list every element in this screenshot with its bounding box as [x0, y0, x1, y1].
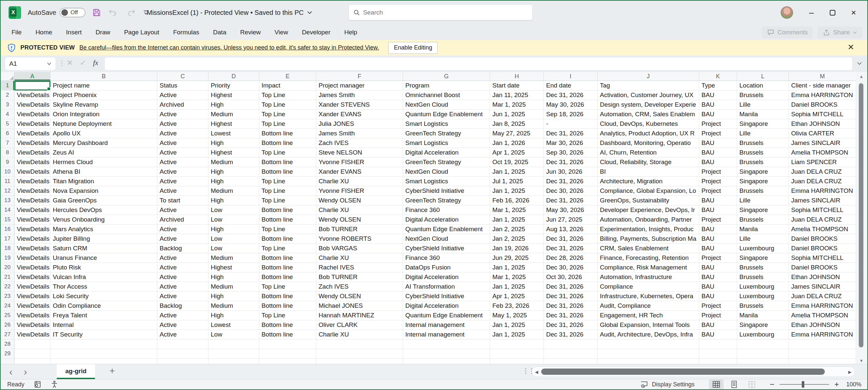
cell-F20[interactable]: Rachel IVES — [316, 263, 403, 273]
cell-C23[interactable]: Active — [157, 291, 209, 301]
ribbon-tab-page-layout[interactable]: Page Layout — [117, 24, 166, 40]
cell-K14[interactable]: BAU — [699, 205, 737, 215]
cell-C3[interactable]: Archived — [157, 100, 209, 110]
cell-L29[interactable] — [737, 349, 789, 359]
row-header-5[interactable]: 5 — [1, 119, 14, 129]
cell-E16[interactable]: Top Line — [259, 225, 316, 234]
cell-H20[interactable]: Jan 1, 2025 — [490, 263, 544, 273]
column-header-f[interactable]: F — [316, 72, 403, 81]
cell-L12[interactable]: Brussels — [737, 186, 789, 196]
cell-H28[interactable] — [490, 339, 544, 349]
row-header-10[interactable]: 10 — [1, 167, 14, 177]
cell-K26[interactable]: BAU — [699, 320, 737, 330]
ribbon-tab-formulas[interactable]: Formulas — [166, 24, 206, 40]
cell-B24[interactable]: Odin Compliance — [51, 301, 157, 311]
cell-B14[interactable]: Hercules DevOps — [51, 205, 157, 215]
cell-K27[interactable]: BAU — [699, 330, 737, 339]
cell-L20[interactable]: Brussels — [737, 263, 789, 273]
cell-G17[interactable]: NextGen Cloud — [403, 234, 490, 244]
cell-L8[interactable]: Brussels — [737, 148, 789, 158]
cell-J15[interactable]: Automation, Onboarding, Partner — [597, 215, 699, 225]
cell-C12[interactable]: Active — [157, 186, 209, 196]
cell-D25[interactable]: High — [209, 311, 259, 320]
ribbon-tab-developer[interactable]: Developer — [295, 24, 337, 40]
cell-B23[interactable]: Loki Security — [51, 291, 157, 301]
cell-M22[interactable]: James SINCLAIR — [789, 282, 856, 291]
cell-D11[interactable]: High — [209, 177, 259, 186]
cell-D28[interactable] — [209, 339, 259, 349]
cell-K30[interactable] — [699, 359, 737, 364]
cell-C6[interactable]: Active — [157, 129, 209, 138]
cell-D20[interactable]: Highest — [209, 263, 259, 273]
horizontal-scrollbar-thumb[interactable] — [541, 368, 825, 375]
cell-J8[interactable]: AI, Churn, Retention — [597, 148, 699, 158]
cell-D19[interactable]: Medium — [209, 253, 259, 263]
scroll-down-icon[interactable]: ▼ — [856, 358, 867, 363]
sheet-next-icon[interactable]: › — [24, 366, 27, 378]
add-sheet-button[interactable]: + — [110, 366, 115, 376]
cell-D15[interactable]: Low — [209, 215, 259, 225]
normal-view-button[interactable] — [709, 380, 723, 389]
cell-J26[interactable]: Global Expansion, Internal Tools — [597, 320, 699, 330]
cell-J9[interactable]: Cloud, Reliability, Storage — [597, 158, 699, 167]
insert-function-icon[interactable]: fx — [93, 58, 98, 67]
cell-B10[interactable]: Athena BI — [51, 167, 157, 177]
column-header-c[interactable]: C — [157, 72, 209, 81]
cell-F12[interactable]: Yvonne FISHER — [316, 186, 403, 196]
cell-K16[interactable]: BAU — [699, 225, 737, 234]
excel-app-icon[interactable]: X — [8, 6, 21, 19]
minimize-button[interactable]: – — [809, 8, 814, 17]
cell-E20[interactable]: Bottom line — [259, 263, 316, 273]
cell-B21[interactable]: Vulcan Infra — [51, 273, 157, 282]
cell-E7[interactable]: Bottom line — [259, 138, 316, 148]
sheet-tab-ag-grid[interactable]: ag-grid — [57, 364, 95, 379]
cell-J3[interactable]: Design system, Developer Experie — [597, 100, 699, 110]
cell-M16[interactable]: Amelia THOMPSON — [789, 225, 856, 234]
cell-B5[interactable]: Neptune Deployment — [51, 119, 157, 129]
cell-C9[interactable]: Active — [157, 158, 209, 167]
cell-B27[interactable]: IT Security — [51, 330, 157, 339]
close-button[interactable]: × — [851, 8, 856, 17]
cell-A12[interactable]: ViewDetails — [14, 186, 51, 196]
cell-C11[interactable]: Active — [157, 177, 209, 186]
cell-B16[interactable]: Mars Analytics — [51, 225, 157, 234]
cell-E27[interactable]: Bottom line — [259, 330, 316, 339]
cell-B19[interactable]: Uranus Finance — [51, 253, 157, 263]
row-header-16[interactable]: 16 — [1, 225, 14, 234]
cell-C28[interactable] — [157, 339, 209, 349]
cell-A18[interactable]: ViewDetails — [14, 244, 51, 253]
cell-B8[interactable]: Zeus AI — [51, 148, 157, 158]
cell-E21[interactable]: Bottom line — [259, 273, 316, 282]
cell-J24[interactable]: Audit, Compliance — [597, 301, 699, 311]
cell-I21[interactable]: Oct 30, 2026 — [544, 273, 597, 282]
cell-F16[interactable]: Bob TURNER — [316, 225, 403, 234]
cell-J12[interactable]: Compliance, Global Expansion, Lo — [597, 186, 699, 196]
vertical-scrollbar-thumb[interactable] — [859, 83, 863, 347]
row-header-30[interactable] — [1, 359, 14, 364]
horizontal-scrollbar[interactable]: ◀ ▶ — [532, 367, 855, 377]
cell-E26[interactable]: Bottom line — [259, 320, 316, 330]
cell-H3[interactable]: Mar 1, 2025 — [490, 100, 544, 110]
cell-H11[interactable]: Jul 1, 2025 — [490, 177, 544, 186]
row-header-15[interactable]: 15 — [1, 215, 14, 225]
cell-A5[interactable]: ViewDetails — [14, 119, 51, 129]
cell-E15[interactable]: Bottom line — [259, 215, 316, 225]
cell-L28[interactable] — [737, 339, 789, 349]
row-header-3[interactable]: 3 — [1, 100, 14, 110]
cell-F27[interactable]: Charlie XU — [316, 330, 403, 339]
cell-D2[interactable]: Highest — [209, 90, 259, 100]
cell-I19[interactable]: Dec 28, 2026 — [544, 253, 597, 263]
cell-K1[interactable]: Type — [699, 81, 737, 90]
cell-I16[interactable]: Aug 13, 2026 — [544, 225, 597, 234]
cell-L10[interactable]: Singapore — [737, 167, 789, 177]
cell-M18[interactable]: Daniel BROOKS — [789, 244, 856, 253]
cell-L19[interactable]: Singapore — [737, 253, 789, 263]
cell-E28[interactable] — [259, 339, 316, 349]
cell-H2[interactable]: Jan 11, 2025 — [490, 90, 544, 100]
cell-J25[interactable]: Engagement, HR Tech — [597, 311, 699, 320]
row-header-13[interactable]: 13 — [1, 196, 14, 205]
cell-L15[interactable]: Brussels — [737, 215, 789, 225]
cell-D12[interactable]: Medium — [209, 186, 259, 196]
cell-D23[interactable]: High — [209, 291, 259, 301]
cell-B11[interactable]: Titan Migration — [51, 177, 157, 186]
